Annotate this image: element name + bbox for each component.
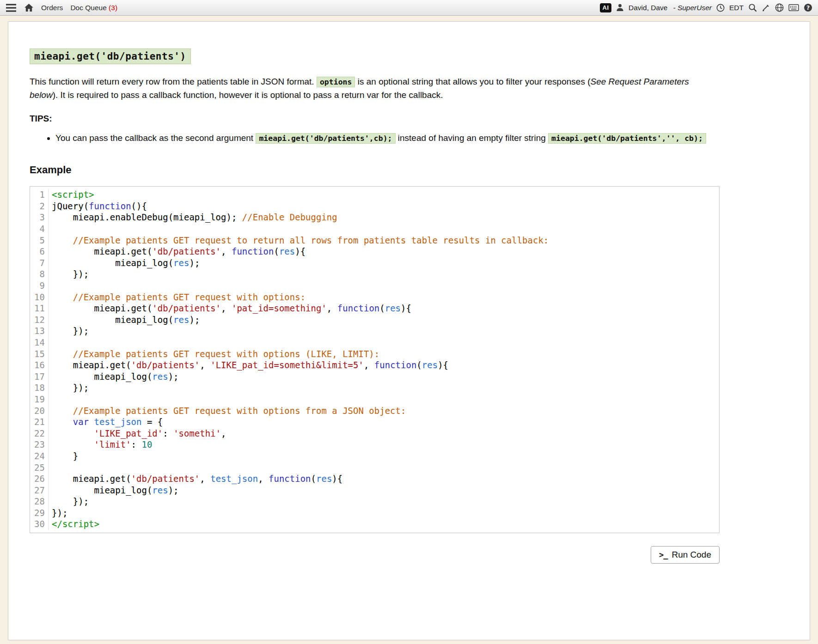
code-text: jQuery(function(){ [49,200,147,212]
code-line: 15 //Example patients GET request with o… [30,348,719,360]
edit-icon[interactable] [762,3,770,12]
doc-queue-count: (3) [109,4,117,12]
code-text: }); [49,268,89,280]
code-text: mieapi_log(res); [49,485,179,496]
code-text: mieapi_log(res); [49,371,179,383]
tip-item: You can pass the callback as the second … [55,130,720,146]
line-number: 21 [30,416,49,428]
code-line: 20 //Example patients GET request with o… [30,405,719,417]
globe-icon[interactable] [775,3,784,12]
run-code-button[interactable]: >_ Run Code [651,546,720,564]
nav-doc-queue[interactable]: Doc Queue (3) [70,4,117,12]
line-number: 10 [30,292,49,303]
code-text: }); [49,325,89,337]
line-number: 6 [30,246,49,257]
line-number: 18 [30,382,49,394]
code-text: }); [49,496,89,507]
code-line: 6 mieapi.get('db/patients', function(res… [30,246,719,257]
example-heading: Example [30,164,720,176]
code-text: mieapi_log(res); [49,314,200,326]
line-number: 24 [30,450,49,462]
code-text: var test_json = { [49,416,163,428]
user-name[interactable]: David, Dave [629,4,667,12]
doc-queue-label: Doc Queue [70,4,106,12]
code-line: 3 mieapi.enableDebug(mieapi_log); //Enab… [30,212,719,223]
tips-list: You can pass the callback as the second … [30,130,720,146]
code-line: 24 } [30,450,719,462]
top-bar: Orders Doc Queue (3) AI David, Dave - Su… [0,0,818,16]
content-panel: mieapi.get('db/patients') This function … [8,21,810,640]
code-line: 2jQuery(function(){ [30,200,719,212]
code-line: 12 mieapi_log(res); [30,314,719,326]
line-number: 14 [30,337,49,348]
line-number: 20 [30,405,49,417]
intro-text-2: is an optional string that allows you to… [355,77,590,86]
tip-text-2: instead of having an empty filter string [396,133,549,143]
code-line: 10 //Example patients GET request with o… [30,292,719,303]
code-line: 4 [30,223,719,235]
line-number: 3 [30,212,49,223]
line-number: 29 [30,507,49,519]
user-icon [616,4,624,12]
code-line: 23 'limit': 10 [30,439,719,450]
code-text: mieapi.get('db/patients', 'LIKE_pat_id=s… [49,359,448,371]
keyboard-icon[interactable] [788,4,799,11]
page-title: mieapi.get('db/patients') [30,49,191,64]
inline-code-get-cb: mieapi.get('db/patients',cb); [256,133,395,144]
code-line: 14 [30,337,719,348]
code-line: 21 var test_json = { [30,416,719,428]
code-text: </script> [49,518,99,530]
code-line: 30</script> [30,518,719,530]
code-text: } [49,450,78,462]
timezone-label: EDT [729,4,744,12]
line-number: 13 [30,325,49,337]
code-line: 17 mieapi_log(res); [30,371,719,383]
help-icon[interactable]: ? [804,3,812,12]
code-line: 19 [30,394,719,405]
code-text: mieapi.get('db/patients', test_json, fun… [49,473,342,485]
code-text: 'LIKE_pat_id': 'somethi', [49,428,226,439]
clock-icon[interactable] [716,4,725,12]
line-number: 19 [30,394,49,405]
code-text: mieapi_log(res); [49,257,200,269]
menu-icon[interactable] [6,4,17,12]
code-text [49,280,57,292]
code-text [49,394,57,405]
line-number: 4 [30,223,49,235]
search-icon[interactable] [748,3,757,12]
code-text: //Example patients GET request with opti… [49,348,379,360]
line-number: 9 [30,280,49,292]
line-number: 1 [30,189,49,200]
home-icon[interactable] [24,3,34,12]
line-number: 30 [30,518,49,530]
code-text: }); [49,382,89,394]
svg-text:?: ? [806,5,810,11]
ai-badge[interactable]: AI [600,3,611,12]
run-code-label: Run Code [671,550,711,560]
line-number: 11 [30,303,49,314]
nav-orders[interactable]: Orders [41,4,63,12]
terminal-icon: >_ [659,550,667,559]
code-block: 1<script>2jQuery(function(){3 mieapi.ena… [30,186,720,533]
line-number: 27 [30,485,49,496]
code-text: mieapi.get('db/patients', 'pat_id=someth… [49,303,411,314]
code-line: 5 //Example patients GET request to retu… [30,235,719,246]
line-number: 28 [30,496,49,507]
code-text: 'limit': 10 [49,439,152,450]
user-role: - SuperUser [673,4,712,12]
line-number: 25 [30,462,49,474]
code-line: 26 mieapi.get('db/patients', test_json, … [30,473,719,485]
tips-heading: TIPS: [30,114,720,124]
code-text: //Example patients GET request with opti… [49,292,305,303]
code-text: <script> [49,189,94,200]
code-line: 7 mieapi_log(res); [30,257,719,269]
code-line: 13 }); [30,325,719,337]
line-number: 17 [30,371,49,383]
line-number: 2 [30,200,49,212]
line-number: 7 [30,257,49,269]
line-number: 8 [30,268,49,280]
code-line: 29}); [30,507,719,519]
line-number: 16 [30,359,49,371]
code-text: mieapi.enableDebug(mieapi_log); //Enable… [49,212,337,223]
code-line: 22 'LIKE_pat_id': 'somethi', [30,428,719,439]
